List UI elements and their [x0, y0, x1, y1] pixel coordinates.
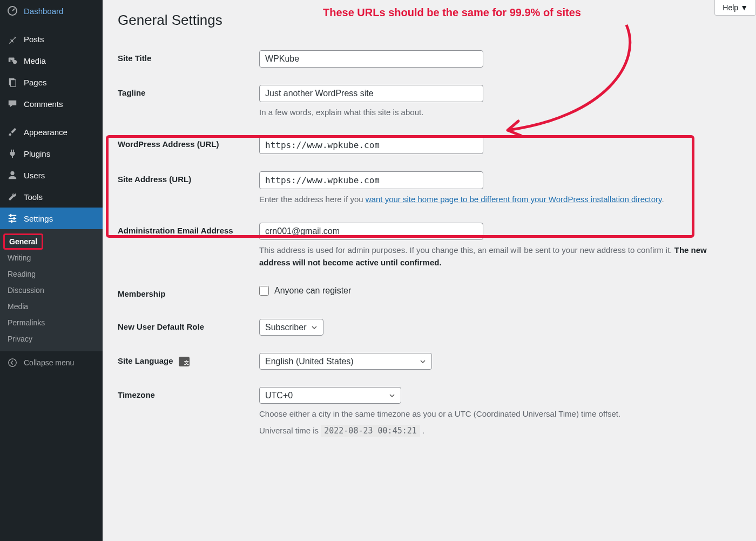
pushpin-icon: [6, 33, 18, 45]
settings-form: Site Title Tagline In a few words, expla…: [118, 42, 741, 445]
tagline-input[interactable]: [259, 85, 483, 102]
svg-point-7: [10, 171, 14, 175]
sidebar-label: Media: [24, 56, 46, 65]
brush-icon: [6, 126, 18, 138]
chevron-down-icon: ▼: [740, 3, 748, 12]
settings-sliders-icon: [6, 212, 18, 224]
membership-label: Membership: [118, 277, 259, 310]
sidebar-item-appearance[interactable]: Appearance: [0, 121, 103, 143]
sidebar-item-media[interactable]: Media: [0, 50, 103, 71]
sidebar-label: Comments: [24, 99, 63, 109]
svg-rect-4: [10, 80, 16, 87]
submenu-reading[interactable]: Reading: [0, 266, 103, 282]
collapse-label: Collapse menu: [24, 358, 74, 367]
svg-rect-11: [10, 214, 12, 217]
sidebar-item-comments[interactable]: Comments: [0, 93, 103, 115]
wp-url-label: WordPress Address (URL): [118, 128, 259, 163]
sidebar-item-dashboard[interactable]: Dashboard: [0, 0, 103, 22]
sidebar-label: Settings: [24, 214, 53, 223]
sidebar-spacer: [0, 22, 103, 28]
submenu-general[interactable]: General: [3, 233, 43, 250]
admin-email-description: This address is used for admin purposes.…: [259, 244, 735, 269]
admin-email-input[interactable]: [259, 223, 483, 240]
submenu-privacy[interactable]: Privacy: [0, 331, 103, 347]
media-icon: [6, 55, 18, 66]
sidebar-label: Plugins: [24, 149, 50, 158]
site-title-label: Site Title: [118, 42, 259, 76]
default-role-label: New User Default Role: [118, 310, 259, 344]
universal-time: Universal time is 2022-08-23 00:45:21 .: [259, 425, 735, 437]
sidebar-label: Appearance: [24, 128, 68, 137]
collapse-icon: [6, 357, 18, 369]
submenu-writing[interactable]: Writing: [0, 250, 103, 266]
timezone-select[interactable]: UTC+0: [259, 387, 401, 404]
sidebar-item-settings[interactable]: Settings: [0, 208, 103, 229]
annotation-text: These URLs should be the same for 99.9% …: [323, 6, 581, 19]
sidebar-item-tools[interactable]: Tools: [0, 186, 103, 208]
timezone-description: Choose either a city in the same timezon…: [259, 408, 735, 420]
svg-rect-6: [12, 156, 13, 158]
site-url-description: Enter the address here if you want your …: [259, 193, 735, 206]
svg-rect-8: [9, 215, 16, 216]
language-label: Site Language: [118, 344, 259, 378]
sidebar-spacer: [0, 115, 103, 121]
wp-url-input[interactable]: [259, 136, 483, 154]
content-area: Help ▼ General Settings Site Title Tagli…: [103, 0, 756, 541]
sidebar-item-posts[interactable]: Posts: [0, 28, 103, 50]
language-select[interactable]: English (United States): [259, 353, 432, 370]
sidebar-label: Posts: [24, 35, 44, 44]
plugin-icon: [6, 148, 18, 159]
default-role-select[interactable]: Subscriber: [259, 319, 323, 336]
submenu-permalinks[interactable]: Permalinks: [0, 315, 103, 331]
svg-point-2: [13, 60, 17, 64]
timezone-label: Timezone: [118, 378, 259, 445]
site-url-help-link[interactable]: want your site home page to be different…: [366, 195, 662, 204]
comments-icon: [6, 98, 18, 110]
collapse-menu[interactable]: Collapse menu: [0, 351, 103, 374]
user-icon: [6, 169, 18, 181]
pages-icon: [6, 76, 18, 88]
svg-rect-12: [14, 217, 15, 219]
sidebar-label: Pages: [24, 78, 47, 87]
site-title-input[interactable]: [259, 50, 483, 68]
sidebar-item-pages[interactable]: Pages: [0, 71, 103, 93]
svg-rect-9: [9, 218, 16, 219]
sidebar-item-plugins[interactable]: Plugins: [0, 143, 103, 164]
universal-time-value: 2022-08-23 00:45:21: [321, 425, 420, 437]
site-url-input[interactable]: [259, 171, 483, 189]
svg-rect-13: [11, 220, 12, 223]
sidebar-label: Tools: [24, 192, 43, 202]
translate-icon: [179, 357, 190, 366]
sidebar-item-users[interactable]: Users: [0, 164, 103, 186]
svg-point-14: [9, 359, 16, 366]
help-label: Help: [723, 3, 738, 12]
tagline-description: In a few words, explain what this site i…: [259, 106, 735, 119]
help-tab[interactable]: Help ▼: [714, 0, 756, 16]
dashboard-icon: [6, 5, 18, 17]
membership-checkbox[interactable]: [259, 286, 269, 296]
admin-sidebar: Dashboard Posts Media Pages Comments App…: [0, 0, 103, 541]
sidebar-label: Dashboard: [24, 6, 63, 16]
tagline-label: Tagline: [118, 76, 259, 128]
sidebar-label: Users: [24, 171, 45, 180]
wrench-icon: [6, 191, 18, 203]
settings-submenu: General Writing Reading Discussion Media…: [0, 229, 103, 351]
admin-email-label: Administration Email Address: [118, 214, 259, 277]
submenu-discussion[interactable]: Discussion: [0, 282, 103, 298]
site-url-label: Site Address (URL): [118, 163, 259, 215]
submenu-media[interactable]: Media: [0, 298, 103, 315]
membership-check-label[interactable]: Anyone can register: [274, 286, 351, 296]
